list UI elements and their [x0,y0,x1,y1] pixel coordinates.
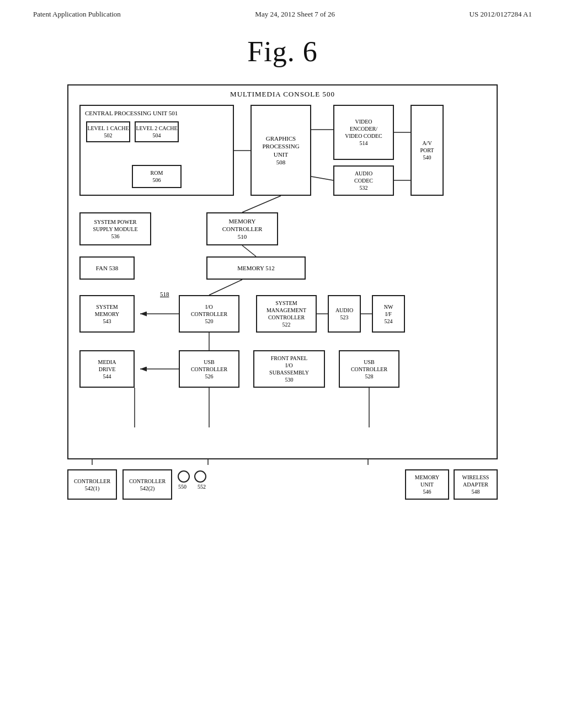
main-box-label: MULTIMEDIA CONSOLE 500 [230,90,335,99]
io-ctrl-label: I/OCONTROLLER520 [191,303,227,325]
cache1-label: LEVEL 1 CACHE502 [87,125,129,139]
rom-block: ROM506 [132,165,182,188]
sys-mem-label: SYSTEMMEMORY543 [95,303,119,325]
circle1-label: 550 [178,484,186,490]
ctrl1-label: CONTROLLER542(1) [74,478,110,492]
video-enc-label: VIDEOENCODER/VIDEO CODEC514 [345,118,382,147]
memory-controller-block: MEMORYCONTROLLER510 [206,212,278,245]
cpu-label: CENTRAL PROCESSING UNIT 501 [85,109,178,117]
gpu-label: GRAPHICS PROCESSING UNIT 508 [262,135,299,166]
memory-label: MEMORY 512 [237,264,275,272]
front-panel-block: FRONT PANELI/OSUBASSEMBLY530 [253,350,325,388]
usb528-block: USBCONTROLLER528 [339,350,399,388]
circle-area: 550 552 [178,470,206,490]
memory-unit-label: MEMORYUNIT546 [415,474,439,495]
usb528-label: USBCONTROLLER528 [351,358,387,380]
cache1-block: LEVEL 1 CACHE502 [86,121,130,142]
memory-unit-block: MEMORYUNIT546 [405,469,449,500]
svg-line-6 [242,245,256,256]
av-port-label: A/VPORT540 [420,140,434,161]
nwif-block: NWI/F524 [372,295,405,333]
circle-550 [178,470,190,483]
power-label: SYSTEM POWERSUPPLY MODULE536 [93,218,137,240]
cache2-label: LEVEL 2 CACHE504 [136,125,177,139]
circle-552 [194,470,206,483]
rom-label: ROM506 [151,169,163,184]
ctrl2-block: CONTROLLER542(2) [122,469,172,500]
cache2-block: LEVEL 2 CACHE504 [135,121,179,142]
main-box: MULTIMEDIA CONSOLE 500 [67,84,498,459]
media-drive-block: MEDIADRIVE544 [79,350,135,388]
diagram-container: MULTIMEDIA CONSOLE 500 [67,84,498,459]
figure-title: Fig. 6 [0,35,565,68]
audio-codec-block: AUDIOCODEC532 [333,165,394,196]
header-center: May 24, 2012 Sheet 7 of 26 [255,10,335,19]
page-header: Patent Application Publication May 24, 2… [0,0,565,19]
circle2-label: 552 [198,484,206,490]
usb526-label: USBCONTROLLER526 [191,358,227,380]
cpu-block: CENTRAL PROCESSING UNIT 501 LEVEL 1 CACH… [79,105,234,196]
wireless-block: WIRELESSADAPTER548 [454,469,498,500]
usb526-block: USBCONTROLLER526 [179,350,239,388]
wireless-label: WIRELESSADAPTER548 [462,474,489,495]
audio-codec-label: AUDIOCODEC532 [354,170,373,191]
sys-mgmt-label: SYSTEMMANAGEMENTCONTROLLER522 [266,299,306,328]
circles-row [178,470,206,483]
svg-line-5 [242,196,281,212]
sys-mgmt-block: SYSTEMMANAGEMENTCONTROLLER522 [256,295,317,333]
system-memory-block: SYSTEMMEMORY543 [79,295,135,333]
gpu-block: GRAPHICS PROCESSING UNIT 508 [250,105,311,196]
front-panel-label: FRONT PANELI/OSUBASSEMBLY530 [269,355,309,383]
audio-523-block: AUDIO523 [328,295,361,333]
svg-line-2 [311,176,333,180]
av-port-block: A/VPORT540 [411,105,444,196]
media-label: MEDIADRIVE544 [98,358,116,380]
circle-labels: 550 552 [178,484,206,490]
power-supply-block: SYSTEM POWERSUPPLY MODULE536 [79,212,151,245]
memory-block: MEMORY 512 [206,256,306,280]
fan-label: FAN 538 [96,264,118,272]
header-right: US 2012/0127284 A1 [470,10,532,19]
header-left: Patent Application Publication [33,10,121,19]
ctrl1-block: CONTROLLER542(1) [67,469,117,500]
cache-row: LEVEL 1 CACHE502 LEVEL 2 CACHE504 [86,121,179,142]
video-encoder-block: VIDEOENCODER/VIDEO CODEC514 [333,105,394,160]
arrow-518-label: 518 [160,291,169,297]
audio-523-label: AUDIO523 [335,307,353,321]
svg-line-7 [209,280,242,295]
ctrl2-label: CONTROLLER542(2) [129,478,166,492]
external-area: CONTROLLER542(1) CONTROLLER542(2) 550 55… [67,464,498,500]
mem-ctrl-label: MEMORYCONTROLLER510 [222,217,263,241]
nwif-label: NWI/F524 [384,303,393,325]
fan-block: FAN 538 [79,256,135,280]
io-controller-block: I/OCONTROLLER520 [179,295,239,333]
